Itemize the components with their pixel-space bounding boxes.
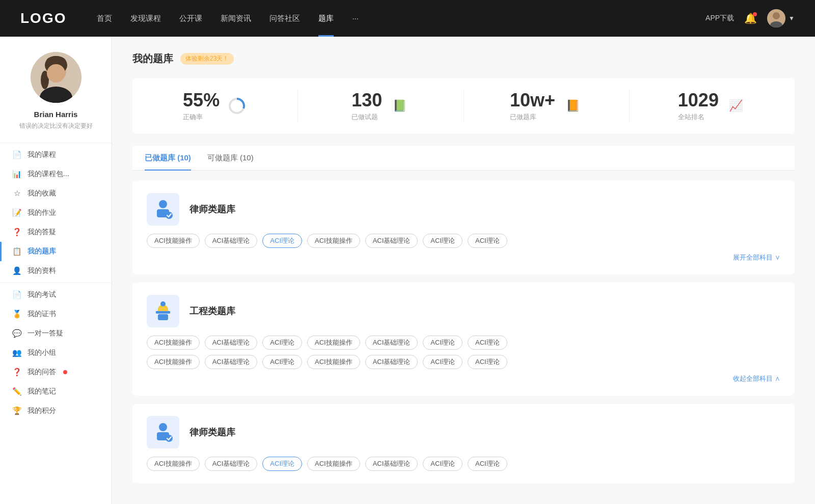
sidebar-divider-top — [0, 143, 112, 143]
tag-eng-9[interactable]: ACI理论 — [262, 355, 302, 369]
svg-point-20 — [159, 423, 167, 431]
tag-lawyer1-5[interactable]: ACI理论 — [423, 234, 463, 248]
tag-eng-5[interactable]: ACI理论 — [423, 335, 463, 350]
bank-title-lawyer-2: 律师类题库 — [189, 426, 235, 438]
profile-icon: 👤 — [12, 266, 21, 275]
qa-icon: ❓ — [12, 228, 21, 237]
tag-lawyer2-0[interactable]: ACI技能操作 — [147, 457, 200, 471]
nav-qa[interactable]: 问答社区 — [269, 14, 300, 23]
svg-point-1 — [773, 12, 780, 19]
tag-lawyer2-1[interactable]: ACI基础理论 — [205, 457, 258, 471]
lawyer-svg-1 — [152, 198, 174, 220]
app-download-button[interactable]: APP下载 — [705, 14, 734, 23]
sidebar-label-course-package: 我的课程包... — [28, 170, 69, 179]
qa-badge — [63, 370, 67, 374]
nav-links: 首页 发现课程 公开课 新闻资讯 问答社区 题库 ··· — [97, 14, 705, 23]
banks-value: 10w+ — [510, 90, 555, 110]
nav-more[interactable]: ··· — [352, 14, 359, 23]
tag-eng-7[interactable]: ACI技能操作 — [147, 355, 200, 369]
svg-point-14 — [159, 200, 167, 208]
group-icon: 👥 — [12, 348, 21, 357]
book-icon: 📙 — [562, 96, 583, 116]
sidebar-item-favorites[interactable]: ☆ 我的收藏 — [0, 184, 112, 203]
tag-eng-3[interactable]: ACI技能操作 — [307, 335, 360, 350]
stat-ranking: 1029 全站排名 📈 — [630, 90, 795, 122]
sidebar-label-favorites: 我的收藏 — [28, 189, 56, 198]
sidebar-item-qa[interactable]: ❓ 我的答疑 — [0, 222, 112, 242]
tag-eng-4[interactable]: ACI基础理论 — [365, 335, 418, 350]
tag-lawyer1-2[interactable]: ACI理论 — [262, 234, 302, 248]
main-layout: Brian Harris 错误的决定比没有决定要好 📄 我的课程 📊 我的课程包… — [0, 37, 815, 504]
accuracy-value: 55% — [183, 90, 220, 110]
sidebar-item-my-course[interactable]: 📄 我的课程 — [0, 145, 112, 164]
expand-engineer[interactable]: 收起全部科目 ∧ — [147, 374, 780, 383]
tag-lawyer1-4[interactable]: ACI基础理论 — [365, 234, 418, 248]
course-icon: 📄 — [12, 150, 21, 159]
nav-discover[interactable]: 发现课程 — [130, 14, 161, 23]
tag-lawyer2-2[interactable]: ACI理论 — [262, 457, 302, 471]
sidebar-item-certificate[interactable]: 🏅 我的证书 — [0, 304, 112, 324]
sidebar-item-bank[interactable]: 📋 我的题库 — [0, 242, 112, 261]
expand-lawyer-1[interactable]: 展开全部科目 ∨ — [147, 253, 780, 262]
tags-row-lawyer-1: ACI技能操作 ACI基础理论 ACI理论 ACI技能操作 ACI基础理论 AC… — [147, 234, 780, 248]
nav-bank[interactable]: 题库 — [318, 14, 334, 23]
sidebar-item-notes[interactable]: ✏️ 我的笔记 — [0, 382, 112, 401]
sidebar-item-group[interactable]: 👥 我的小组 — [0, 343, 112, 362]
sidebar-item-homework[interactable]: 📝 我的作业 — [0, 203, 112, 222]
nav-open-course[interactable]: 公开课 — [179, 14, 202, 23]
sidebar-item-course-package[interactable]: 📊 我的课程包... — [0, 164, 112, 184]
bank-title-engineer: 工程类题库 — [189, 305, 235, 317]
tag-lawyer2-5[interactable]: ACI理论 — [423, 457, 463, 471]
sidebar-item-points[interactable]: 🏆 我的积分 — [0, 401, 112, 421]
tag-eng-2[interactable]: ACI理论 — [262, 335, 302, 350]
nav-home[interactable]: 首页 — [97, 14, 112, 23]
sidebar-divider-mid — [0, 283, 112, 283]
sidebar-item-my-qa[interactable]: ❓ 我的问答 — [0, 362, 112, 382]
tab-done-banks[interactable]: 已做题库 (10) — [145, 146, 191, 170]
nav-news[interactable]: 新闻资讯 — [221, 14, 251, 23]
bank-header-lawyer-2: 律师类题库 — [147, 416, 780, 449]
bank-header-lawyer-1: 律师类题库 — [147, 193, 780, 226]
tags-row-engineer-1: ACI技能操作 ACI基础理论 ACI理论 ACI技能操作 ACI基础理论 AC… — [147, 335, 780, 350]
svg-point-13 — [232, 101, 241, 110]
notification-bell[interactable]: 🔔 — [744, 12, 757, 24]
accuracy-label: 正确率 — [183, 113, 220, 122]
rank-label: 全站排名 — [678, 113, 719, 122]
tag-eng-10[interactable]: ACI技能操作 — [307, 355, 360, 369]
chevron-down-icon: ▼ — [789, 15, 795, 22]
tag-lawyer2-6[interactable]: ACI理论 — [468, 457, 507, 471]
stat-banks-text: 10w+ 已做题库 — [510, 90, 555, 122]
lawyer-icon-1 — [147, 193, 179, 226]
tag-lawyer2-3[interactable]: ACI技能操作 — [307, 457, 360, 471]
tab-available-banks[interactable]: 可做题库 (10) — [207, 146, 254, 170]
sidebar-item-exam[interactable]: 📄 我的考试 — [0, 285, 112, 304]
user-avatar-button[interactable]: ▼ — [767, 9, 795, 27]
tag-lawyer1-0[interactable]: ACI技能操作 — [147, 234, 200, 248]
tag-eng-13[interactable]: ACI理论 — [468, 355, 507, 369]
tag-lawyer1-6[interactable]: ACI理论 — [468, 234, 507, 248]
nav-right: APP下载 🔔 ▼ — [705, 9, 795, 27]
exam-icon: 📄 — [12, 290, 21, 299]
homework-icon: 📝 — [12, 208, 21, 217]
tag-eng-0[interactable]: ACI技能操作 — [147, 335, 200, 350]
tag-lawyer1-1[interactable]: ACI基础理论 — [205, 234, 258, 248]
tag-eng-11[interactable]: ACI基础理论 — [365, 355, 418, 369]
points-icon: 🏆 — [12, 406, 21, 415]
certificate-icon: 🏅 — [12, 310, 21, 319]
sidebar-item-profile[interactable]: 👤 我的资料 — [0, 261, 112, 281]
bank-card-lawyer-2: 律师类题库 ACI技能操作 ACI基础理论 ACI理论 ACI技能操作 ACI基… — [132, 404, 795, 483]
tag-eng-12[interactable]: ACI理论 — [423, 355, 463, 369]
tag-eng-8[interactable]: ACI基础理论 — [205, 355, 258, 369]
page-header: 我的题库 体验剩余23天！ — [132, 52, 795, 66]
sidebar-item-1on1[interactable]: 💬 一对一答疑 — [0, 324, 112, 343]
tag-lawyer1-3[interactable]: ACI技能操作 — [307, 234, 360, 248]
accuracy-icon — [227, 96, 247, 116]
tag-eng-1[interactable]: ACI基础理论 — [205, 335, 258, 350]
bank-icon: 📋 — [12, 247, 21, 256]
stat-accuracy: 55% 正确率 — [132, 90, 298, 122]
tag-eng-6[interactable]: ACI理论 — [468, 335, 507, 350]
bank-title-lawyer-1: 律师类题库 — [189, 203, 235, 215]
tag-lawyer2-4[interactable]: ACI基础理论 — [365, 457, 418, 471]
svg-point-9 — [47, 64, 65, 82]
stat-done-text: 130 已做试题 — [351, 90, 382, 122]
